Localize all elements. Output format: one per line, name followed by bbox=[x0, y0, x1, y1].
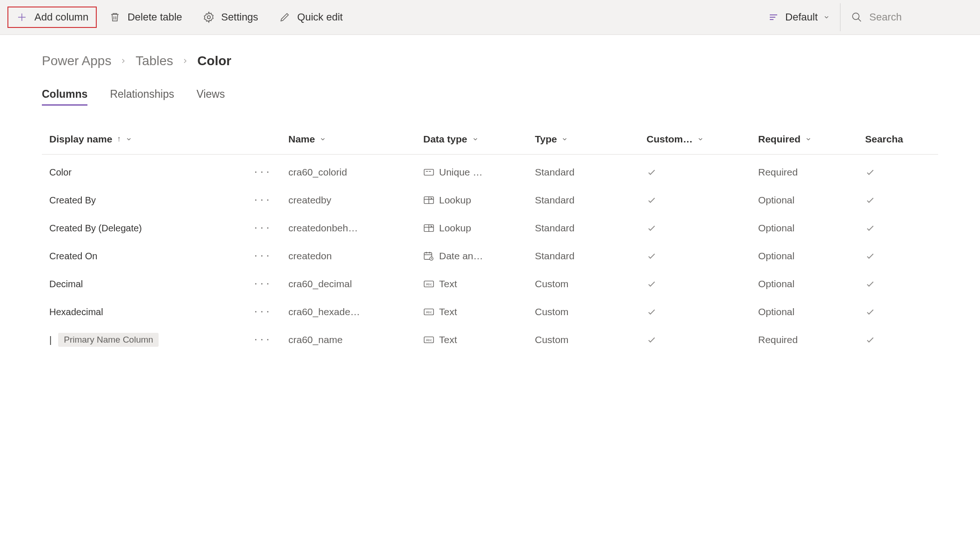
type-cell: Custom bbox=[535, 306, 647, 317]
row-more-button[interactable]: · · · bbox=[255, 196, 270, 204]
svg-point-6 bbox=[853, 13, 859, 20]
searchable-cell bbox=[865, 251, 921, 261]
header-data-type[interactable]: Data type bbox=[423, 134, 535, 145]
row-more-button[interactable]: · · · bbox=[255, 336, 270, 344]
header-display-name[interactable]: Display name ↑ bbox=[42, 134, 288, 145]
row-more-button[interactable]: · · · bbox=[255, 252, 270, 260]
tab-views[interactable]: Views bbox=[196, 88, 225, 106]
name-cell: createdon bbox=[288, 250, 423, 262]
content-area: Power Apps Tables Color Columns Relation… bbox=[0, 35, 980, 354]
search-box[interactable] bbox=[842, 7, 973, 28]
svg-rect-8 bbox=[424, 169, 433, 175]
header-customizable[interactable]: Custom… bbox=[647, 134, 758, 145]
header-required[interactable]: Required bbox=[758, 134, 865, 145]
table-row[interactable]: Hexadecimal· · ·cra60_hexade…AbcTextCust… bbox=[42, 298, 938, 326]
header-name[interactable]: Name bbox=[288, 134, 423, 145]
table-row[interactable]: Created On· · ·createdonDate an…Standard… bbox=[42, 242, 938, 270]
display-name-text: Color bbox=[49, 167, 72, 178]
display-name-text: Created By bbox=[49, 195, 96, 206]
datatype-cell: AbcText bbox=[423, 334, 535, 345]
chevron-down-icon bbox=[561, 136, 568, 142]
header-searchable[interactable]: Searcha bbox=[865, 134, 921, 145]
unique-icon bbox=[423, 168, 434, 177]
datatype-cell: Unique … bbox=[423, 167, 535, 178]
customizable-cell bbox=[647, 223, 758, 233]
row-more-button[interactable]: · · · bbox=[255, 168, 270, 176]
datatype-cell: Lookup bbox=[423, 223, 535, 234]
datetime-icon bbox=[423, 251, 434, 261]
required-cell: Optional bbox=[758, 250, 865, 262]
datatype-cell: Lookup bbox=[423, 195, 535, 206]
chevron-down-icon bbox=[320, 136, 326, 142]
type-cell: Standard bbox=[535, 250, 647, 262]
svg-text:Abc: Abc bbox=[426, 338, 432, 342]
delete-table-label: Delete table bbox=[127, 11, 182, 23]
type-cell: Custom bbox=[535, 334, 647, 345]
primary-name-badge: Primary Name Column bbox=[58, 333, 159, 347]
customizable-cell bbox=[647, 251, 758, 261]
chevron-down-icon bbox=[823, 14, 830, 20]
row-more-button[interactable]: · · · bbox=[255, 224, 270, 232]
customizable-cell bbox=[647, 195, 758, 205]
search-icon bbox=[851, 11, 863, 23]
type-cell: Standard bbox=[535, 195, 647, 206]
table-header-row: Display name ↑ Name Data type Type Custo… bbox=[42, 134, 938, 155]
searchable-cell bbox=[865, 279, 921, 289]
chevron-down-icon bbox=[126, 136, 132, 142]
customizable-cell bbox=[647, 167, 758, 177]
required-cell: Optional bbox=[758, 306, 865, 317]
pencil-icon bbox=[279, 11, 291, 23]
row-more-button[interactable]: · · · bbox=[255, 308, 270, 316]
lookup-icon bbox=[423, 196, 434, 205]
name-cell: cra60_colorid bbox=[288, 167, 423, 178]
chevron-down-icon bbox=[697, 136, 704, 142]
sort-up-icon: ↑ bbox=[117, 135, 121, 144]
display-name-text: Hexadecimal bbox=[49, 307, 103, 317]
header-type[interactable]: Type bbox=[535, 134, 647, 145]
breadcrumb-current: Color bbox=[197, 54, 231, 68]
svg-point-2 bbox=[207, 16, 210, 19]
table-row[interactable]: Created By· · ·createdbyLookupStandardOp… bbox=[42, 186, 938, 214]
text-icon: Abc bbox=[423, 307, 434, 317]
customizable-cell bbox=[647, 307, 758, 317]
command-bar: Add column Delete table Settings Quick e… bbox=[0, 0, 980, 35]
searchable-cell bbox=[865, 223, 921, 233]
table-row[interactable]: Created By (Delegate)· · ·createdonbeh…L… bbox=[42, 214, 938, 242]
display-name-text: Created On bbox=[49, 251, 97, 262]
search-input[interactable] bbox=[869, 11, 962, 23]
add-column-button[interactable]: Add column bbox=[7, 7, 97, 28]
chevron-right-icon bbox=[120, 57, 127, 65]
svg-text:Abc: Abc bbox=[426, 310, 432, 314]
svg-line-7 bbox=[858, 19, 861, 21]
gear-icon bbox=[203, 11, 215, 23]
columns-table: Display name ↑ Name Data type Type Custo… bbox=[42, 134, 938, 354]
searchable-cell bbox=[865, 335, 921, 345]
table-row[interactable]: Decimal· · ·cra60_decimalAbcTextCustomOp… bbox=[42, 270, 938, 298]
required-cell: Optional bbox=[758, 223, 865, 234]
settings-label: Settings bbox=[221, 11, 259, 23]
datatype-cell: AbcText bbox=[423, 278, 535, 290]
svg-text:Abc: Abc bbox=[426, 282, 432, 286]
row-more-button[interactable]: · · · bbox=[255, 280, 270, 288]
searchable-cell bbox=[865, 195, 921, 205]
type-cell: Custom bbox=[535, 278, 647, 290]
required-cell: Optional bbox=[758, 195, 865, 206]
divider bbox=[840, 3, 840, 31]
tab-relationships[interactable]: Relationships bbox=[110, 88, 174, 106]
display-name-text: Decimal bbox=[49, 279, 83, 290]
delete-table-button[interactable]: Delete table bbox=[100, 7, 190, 28]
breadcrumb-root[interactable]: Power Apps bbox=[42, 54, 111, 68]
customizable-cell bbox=[647, 279, 758, 289]
breadcrumb-parent[interactable]: Tables bbox=[135, 54, 173, 68]
name-cell: createdby bbox=[288, 195, 423, 206]
name-cell: cra60_hexade… bbox=[288, 306, 423, 317]
table-row[interactable]: |Primary Name Column· · ·cra60_nameAbcTe… bbox=[42, 326, 938, 354]
trash-icon bbox=[109, 11, 121, 23]
tab-columns[interactable]: Columns bbox=[42, 88, 87, 106]
quick-edit-button[interactable]: Quick edit bbox=[270, 7, 351, 28]
view-selector[interactable]: Default bbox=[759, 7, 838, 28]
table-row[interactable]: Color· · ·cra60_coloridUnique …StandardR… bbox=[42, 158, 938, 186]
type-cell: Standard bbox=[535, 223, 647, 234]
required-cell: Required bbox=[758, 167, 865, 178]
settings-button[interactable]: Settings bbox=[194, 7, 267, 28]
